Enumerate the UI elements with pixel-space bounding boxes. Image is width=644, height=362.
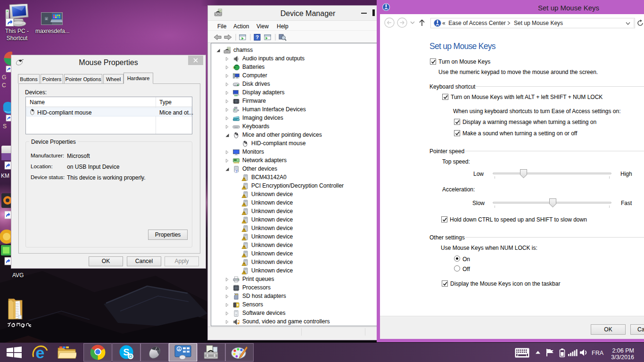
- svg-text:G: G: [2, 74, 6, 81]
- svg-text:KM: KM: [1, 173, 9, 179]
- svg-text:S: S: [3, 123, 7, 130]
- svg-text:?: ?: [256, 34, 259, 40]
- svg-text:C: C: [2, 82, 6, 89]
